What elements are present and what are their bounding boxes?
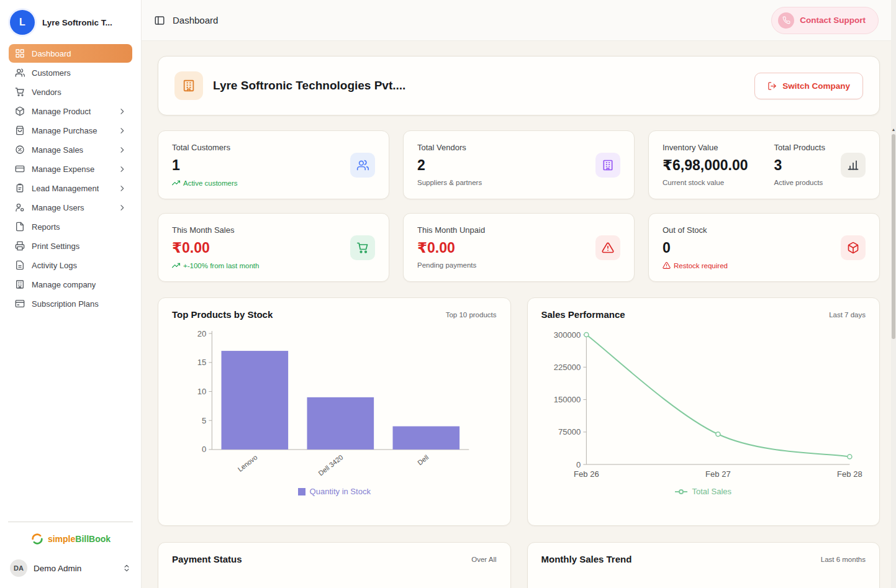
svg-text:10: 10	[197, 387, 207, 396]
manage-users-icon	[15, 202, 25, 212]
panel-toggle-icon[interactable]	[154, 15, 165, 26]
activity-logs-icon	[15, 260, 25, 270]
chevron-right-icon	[118, 184, 126, 192]
brand-name: simpleBillBook	[48, 533, 111, 545]
svg-text:225000: 225000	[553, 363, 581, 372]
top-products-card: Top Products by Stock Top 10 products 05…	[158, 297, 511, 526]
nav-label: Print Settings	[32, 242, 79, 251]
sidebar-item-print-settings[interactable]: Print Settings	[9, 237, 132, 255]
purchase-bag-icon	[15, 125, 25, 135]
chevron-right-icon	[118, 165, 126, 173]
stat-title: Total Customers	[172, 143, 375, 152]
stat-subtitle: Suppliers & partners	[417, 179, 620, 186]
product-box-icon	[15, 106, 25, 116]
stat-value: 0	[663, 240, 866, 256]
stat-value: 3	[774, 157, 825, 174]
svg-text:75000: 75000	[558, 427, 581, 436]
subscription-card-icon	[15, 299, 25, 309]
brand-logo: simpleBillBook	[0, 522, 141, 548]
chart-title: Sales Performance	[541, 309, 625, 320]
sidebar-item-vendors[interactable]: Vendors	[9, 83, 132, 101]
svg-text:Feb 27: Feb 27	[705, 469, 731, 479]
sidebar-item-manage-company[interactable]: Manage company	[9, 275, 132, 294]
vendors-cart-icon	[15, 87, 25, 97]
stats-grid: Total Customers 1 Active customers Total…	[158, 130, 880, 282]
page-title: Dashboard	[173, 15, 218, 25]
nav-label: Manage company	[32, 280, 96, 289]
sidebar-item-manage-purchase[interactable]: Manage Purchase	[9, 121, 132, 140]
inventory-value-column: Inventory Value ₹6,98,000.00 Current sto…	[663, 143, 748, 186]
phone-icon	[778, 12, 794, 29]
sidebar-item-activity-logs[interactable]: Activity Logs	[9, 256, 132, 274]
stat-value: 1	[172, 157, 375, 174]
nav-label: Subscription Plans	[32, 299, 99, 309]
stat-subtitle: +-100% from last month	[172, 261, 375, 269]
stat-value: ₹6,98,000.00	[663, 157, 748, 174]
bottom-row: Payment Status Over All Monthly Sales Tr…	[158, 542, 880, 588]
inventory-columns: Inventory Value ₹6,98,000.00 Current sto…	[663, 143, 866, 186]
sidebar-item-customers[interactable]: Customers	[9, 63, 132, 82]
scroll-up-arrow[interactable]: ▲	[891, 126, 896, 132]
sidebar-item-dashboard[interactable]: Dashboard	[9, 44, 132, 63]
chart-title: Monthly Sales Trend	[541, 554, 632, 564]
sidebar-item-reports[interactable]: Reports	[9, 217, 132, 236]
sidebar-nav: Dashboard Customers Vendors Manage Produ…	[0, 43, 141, 314]
svg-text:20: 20	[197, 329, 207, 338]
sidebar-item-lead-management[interactable]: Lead Management	[9, 179, 132, 197]
nav-label: Manage Sales	[32, 145, 83, 155]
sidebar-footer: simpleBillBook DA Demo Admin	[0, 517, 141, 588]
stat-title: Total Vendors	[417, 143, 620, 152]
nav-label: Lead Management	[32, 184, 99, 193]
chevron-updown-icon	[122, 564, 131, 572]
card-header: Payment Status Over All	[172, 554, 497, 564]
chevron-right-icon	[118, 146, 126, 154]
switch-company-button[interactable]: Switch Company	[754, 73, 863, 99]
scrollbar-thumb[interactable]	[892, 134, 895, 339]
chart-badge: Over All	[471, 556, 496, 563]
sidebar: L Lyre Softronic T... Dashboard Customer…	[0, 0, 142, 588]
stat-title: Inventory Value	[663, 143, 748, 152]
reports-file-icon	[15, 222, 25, 232]
svg-text:Lenovo: Lenovo	[237, 453, 259, 473]
stat-subtitle: Restock required	[663, 261, 866, 269]
vendors-building-icon	[595, 153, 620, 178]
contact-support-button[interactable]: Contact Support	[771, 7, 879, 34]
dashboard-content: Lyre Softronic Technologies Pvt.... Swit…	[142, 41, 896, 588]
sidebar-item-manage-sales[interactable]: Manage Sales	[9, 140, 132, 159]
user-menu[interactable]: DA Demo Admin	[0, 548, 141, 588]
payment-status-card: Payment Status Over All	[158, 542, 511, 588]
sidebar-item-manage-users[interactable]: Manage Users	[9, 198, 132, 217]
contact-support-label: Contact Support	[800, 16, 866, 25]
svg-text:0: 0	[202, 445, 206, 454]
nav-label: Reports	[32, 222, 60, 232]
svg-text:5: 5	[202, 416, 206, 425]
total-vendors-card: Total Vendors 2 Suppliers & partners	[403, 130, 635, 199]
svg-text:0: 0	[576, 460, 581, 469]
sales-line-chart: 075000150000225000300000Feb 26Feb 27Feb …	[541, 327, 866, 484]
stat-subtitle: Current stock value	[663, 179, 748, 186]
svg-text:Feb 26: Feb 26	[574, 469, 599, 479]
sidebar-item-subscription-plans[interactable]: Subscription Plans	[9, 294, 132, 313]
stat-subtitle: Active products	[774, 179, 825, 186]
legend-label: Quantity in Stock	[310, 487, 371, 496]
nav-label: Manage Product	[32, 107, 91, 116]
sidebar-company-name: Lyre Softronic T...	[42, 18, 112, 27]
svg-text:300000: 300000	[553, 330, 581, 340]
monthly-sales-trend-card: Monthly Sales Trend Last 6 months	[527, 542, 880, 588]
banner-building-icon	[174, 71, 203, 100]
customers-icon	[15, 68, 25, 78]
stat-value: 2	[417, 157, 620, 174]
stat-title: Total Products	[774, 143, 825, 152]
svg-text:Dell: Dell	[416, 453, 430, 466]
company-logo: L	[10, 10, 35, 35]
stat-subtitle: Pending payments	[417, 261, 620, 269]
lead-clipboard-icon	[15, 183, 25, 193]
user-name: Demo Admin	[34, 564, 81, 573]
warning-triangle-icon	[663, 261, 671, 269]
nav-label: Dashboard	[32, 49, 71, 58]
svg-text:Feb 28: Feb 28	[837, 469, 862, 479]
sidebar-item-manage-expense[interactable]: Manage Expense	[9, 160, 132, 178]
expense-card-icon	[15, 164, 25, 174]
chart-badge: Last 7 days	[829, 311, 866, 319]
sidebar-item-manage-product[interactable]: Manage Product	[9, 102, 132, 120]
